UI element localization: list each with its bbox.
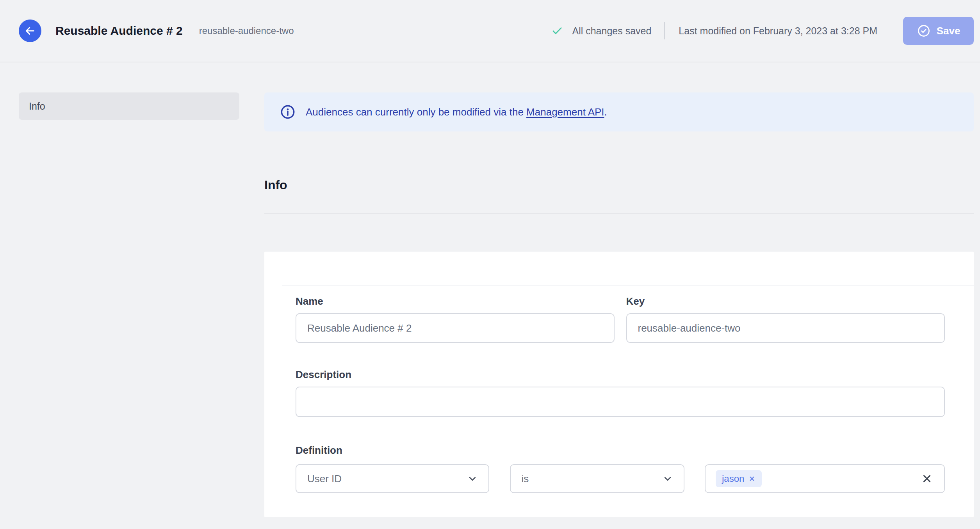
definition-label: Definition bbox=[296, 444, 945, 456]
status-text: All changes saved bbox=[572, 25, 651, 37]
circle-check-icon bbox=[917, 24, 931, 38]
sidebar-item-label: Info bbox=[29, 101, 45, 112]
section-title: Info bbox=[264, 178, 287, 192]
check-icon bbox=[551, 25, 563, 37]
description-field-group: Description bbox=[296, 369, 945, 417]
tag-remove-x-icon[interactable] bbox=[748, 475, 755, 482]
save-button[interactable]: Save bbox=[903, 17, 974, 45]
management-api-link[interactable]: Management API bbox=[526, 106, 604, 118]
sidebar-item-info[interactable]: Info bbox=[19, 92, 239, 120]
definition-field-group: Definition User ID is bbox=[296, 444, 945, 493]
header-divider bbox=[665, 22, 665, 39]
values-tag-input[interactable]: jason bbox=[705, 464, 945, 493]
key-field-group: Key bbox=[626, 295, 945, 343]
info-banner: Audiences can currently only be modified… bbox=[264, 92, 974, 131]
last-modified-text: Last modified on February 3, 2023 at 3:2… bbox=[679, 25, 877, 37]
header: Reusable Audience # 2 reusable-audience-… bbox=[0, 0, 980, 62]
name-input[interactable] bbox=[296, 313, 615, 343]
info-circle-icon bbox=[280, 104, 296, 120]
clear-values-button[interactable] bbox=[921, 473, 932, 484]
save-button-label: Save bbox=[937, 25, 960, 37]
name-field-group: Name bbox=[296, 295, 615, 343]
page-title: Reusable Audience # 2 bbox=[55, 24, 183, 37]
name-label: Name bbox=[296, 295, 615, 307]
page-subtitle: reusable-audience-two bbox=[199, 25, 294, 36]
banner-text-prefix: Audiences can currently only be modified… bbox=[306, 106, 526, 118]
key-label: Key bbox=[626, 295, 945, 307]
banner-text-suffix: . bbox=[604, 106, 607, 118]
trait-select-value: User ID bbox=[307, 473, 342, 485]
back-button[interactable] bbox=[19, 20, 41, 42]
save-status: All changes saved bbox=[551, 25, 651, 37]
trait-select[interactable]: User ID bbox=[296, 464, 489, 493]
operator-select-value: is bbox=[522, 473, 529, 485]
description-input[interactable] bbox=[296, 387, 945, 417]
definition-row: User ID is jason bbox=[296, 464, 945, 493]
chevron-down-icon bbox=[467, 473, 478, 485]
operator-select[interactable]: is bbox=[510, 464, 684, 493]
name-key-row: Name Key bbox=[296, 295, 945, 343]
arrow-left-icon bbox=[24, 25, 36, 37]
x-icon bbox=[921, 473, 932, 484]
banner-text: Audiences can currently only be modified… bbox=[306, 106, 607, 118]
card-top-divider bbox=[282, 285, 974, 286]
section-divider bbox=[264, 213, 974, 214]
key-input[interactable] bbox=[626, 313, 945, 343]
info-card: Name Key Description Definition User ID … bbox=[264, 252, 974, 517]
tag-pill-label: jason bbox=[722, 473, 744, 484]
chevron-down-icon bbox=[662, 473, 674, 485]
tag-pill: jason bbox=[716, 470, 762, 487]
description-label: Description bbox=[296, 369, 945, 381]
